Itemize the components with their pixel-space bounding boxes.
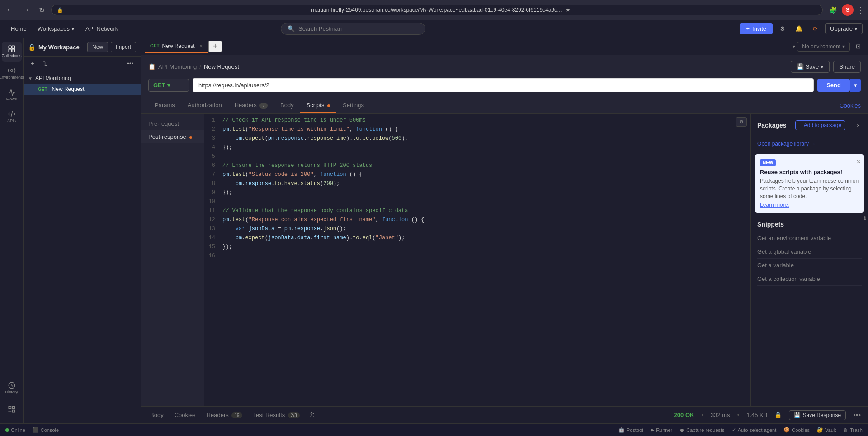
resp-tab-cookies[interactable]: Cookies xyxy=(173,408,198,422)
sidebar-item-flows[interactable]: Flows xyxy=(2,85,22,105)
status-sep: • xyxy=(701,412,703,418)
send-btn-group: Send ▾ xyxy=(817,79,861,92)
snippet-env-var[interactable]: Get an environment variable xyxy=(757,232,862,245)
new-button[interactable]: New xyxy=(87,42,108,52)
pre-request-tab[interactable]: Pre-request xyxy=(141,117,204,130)
request-name: New Request xyxy=(52,86,85,92)
learn-more-link[interactable]: Learn more. xyxy=(760,202,859,208)
send-dropdown-btn[interactable]: ▾ xyxy=(850,79,861,92)
info-btn[interactable]: ℹ xyxy=(864,215,866,221)
capture-btn[interactable]: ⏺ Capture requests xyxy=(679,427,724,433)
history-btn[interactable]: ⏱ xyxy=(309,412,315,419)
editor-settings-btn[interactable]: ⚙ xyxy=(736,117,747,127)
tab-authorization[interactable]: Authorization xyxy=(181,98,228,113)
browser-chrome: ← → ↻ 🔒 martian-firefly-25469.postman.co… xyxy=(0,0,868,20)
settings-button[interactable]: ⚙ xyxy=(776,23,789,35)
code-line-15: 15 }); xyxy=(204,244,750,253)
forward-button[interactable]: → xyxy=(20,5,33,15)
url-bar[interactable]: 🔒 martian-firefly-25469.postman.co/works… xyxy=(51,5,823,15)
reload-button[interactable]: ↻ xyxy=(36,5,47,15)
url-input[interactable] xyxy=(193,78,814,92)
browser-menu-button[interactable]: ⋮ xyxy=(856,5,864,15)
snippet-collection-var[interactable]: Get a collection variable xyxy=(757,272,862,286)
response-size: 1.45 KB xyxy=(746,412,767,418)
filter-btn[interactable]: ⇅ xyxy=(40,59,50,68)
code-editor[interactable]: ⚙ 1 // Check if API response time is und… xyxy=(204,114,750,406)
more-options-btn[interactable]: ••• xyxy=(124,59,136,68)
notifications-button[interactable]: 🔔 xyxy=(793,23,805,35)
layout-toggle-btn[interactable]: ⊡ xyxy=(852,40,864,53)
tab-headers[interactable]: Headers 7 xyxy=(228,98,274,113)
api-network-menu[interactable]: API Network xyxy=(80,22,123,36)
vault-btn[interactable]: 🔐 Vault xyxy=(817,427,836,433)
collection-api-monitoring[interactable]: ▼ API Monitoring xyxy=(24,73,141,84)
code-line-7: 7 pm.test("Status code is 200", function… xyxy=(204,171,750,180)
tab-new-request[interactable]: GET New Request × xyxy=(145,40,208,53)
request-area: 📋 API Monitoring / New Request 💾 Save ▾ … xyxy=(141,55,868,98)
auto-select-agent-btn[interactable]: ✓ Auto-select agent xyxy=(732,427,777,433)
resp-tab-body[interactable]: Body xyxy=(148,408,165,422)
snippet-global-var[interactable]: Get a global variable xyxy=(757,245,862,259)
new-badge-close-btn[interactable]: × xyxy=(857,158,861,166)
save-response-button[interactable]: 💾 Save Response xyxy=(789,410,846,420)
tab-scripts[interactable]: Scripts xyxy=(300,98,336,113)
method-select[interactable]: GET ▾ xyxy=(148,79,189,92)
top-actions: + Invite ⚙ 🔔 ⟳ Upgrade ▾ xyxy=(740,23,863,35)
open-library-link[interactable]: Open package library → xyxy=(751,137,868,151)
console-btn[interactable]: ⬛ Console xyxy=(33,427,59,433)
resp-tab-headers[interactable]: Headers 19 xyxy=(205,408,244,422)
method-badge: GET xyxy=(36,86,49,92)
profile-button[interactable]: S xyxy=(842,4,854,16)
sidebar-item-environments[interactable]: Environments xyxy=(2,63,22,83)
sidebar-item-more[interactable] xyxy=(2,400,22,420)
breadcrumb-current: New Request xyxy=(204,63,239,70)
search-bar[interactable]: 🔍 Search Postman xyxy=(281,23,425,35)
upgrade-button[interactable]: Upgrade ▾ xyxy=(825,23,863,34)
share-button[interactable]: Share xyxy=(833,61,861,73)
code-line-6: 6 // Ensure the response returns HTTP 20… xyxy=(204,162,750,171)
snippet-var[interactable]: Get a variable xyxy=(757,259,862,272)
snippets-title: Snippets xyxy=(757,221,862,228)
workspaces-menu[interactable]: Workspaces ▾ xyxy=(32,22,80,36)
runner-btn[interactable]: ▶ Runner xyxy=(651,427,672,433)
sidebar-item-collections[interactable]: Collections xyxy=(2,42,22,62)
invite-button[interactable]: + Invite xyxy=(740,23,773,34)
extensions-button[interactable]: 🧩 xyxy=(826,4,839,16)
tab-dropdown-btn[interactable]: ▾ xyxy=(793,43,795,50)
back-button[interactable]: ← xyxy=(4,5,16,15)
tab-body[interactable]: Body xyxy=(274,98,300,113)
import-button[interactable]: Import xyxy=(111,42,136,52)
tab-settings[interactable]: Settings xyxy=(336,98,370,113)
tab-close-btn[interactable]: × xyxy=(199,43,203,50)
breadcrumb-collection[interactable]: API Monitoring xyxy=(158,63,197,70)
resp-tab-test-results[interactable]: Test Results 2/3 xyxy=(251,408,302,422)
online-status[interactable]: Online xyxy=(5,427,25,433)
code-line-2: 2 pm.test("Response time is within limit… xyxy=(204,126,750,135)
add-package-button[interactable]: + Add to package xyxy=(795,120,845,130)
panel-chevron-btn[interactable]: › xyxy=(854,118,862,132)
send-button[interactable]: Send xyxy=(817,79,850,92)
collections-toolbar: + ⇅ ••• xyxy=(24,57,141,71)
postbot-btn[interactable]: 🤖 Postbot xyxy=(618,427,643,433)
packages-header: Packages + Add to package › xyxy=(751,114,868,137)
flows-icon xyxy=(8,88,16,96)
add-collection-btn[interactable]: + xyxy=(28,59,37,68)
right-edge-icons: ℹ xyxy=(862,213,868,223)
env-selector[interactable]: No environment ▾ xyxy=(797,42,850,52)
cookies-link[interactable]: Cookies xyxy=(840,102,861,109)
sidebar-item-history[interactable]: History xyxy=(2,378,22,398)
save-button[interactable]: 💾 Save ▾ xyxy=(791,61,830,73)
status-ok: 200 OK xyxy=(674,412,694,418)
request-item-new-request[interactable]: GET New Request xyxy=(24,84,141,95)
sidebar-item-apis[interactable]: APIs xyxy=(2,107,22,127)
home-menu[interactable]: Home xyxy=(5,22,32,36)
sync-button[interactable]: ⟳ xyxy=(809,23,821,35)
trash-btn[interactable]: 🗑 Trash xyxy=(843,427,863,433)
collapse-arrow: ▼ xyxy=(28,76,33,81)
scripts-dot xyxy=(327,104,330,107)
cookies-status-btn[interactable]: 🍪 Cookies xyxy=(783,427,810,433)
add-tab-button[interactable]: + xyxy=(208,41,222,52)
tab-params[interactable]: Params xyxy=(148,98,181,113)
response-more-btn[interactable]: ••• xyxy=(853,411,861,419)
post-response-tab[interactable]: Post-response xyxy=(141,130,204,143)
